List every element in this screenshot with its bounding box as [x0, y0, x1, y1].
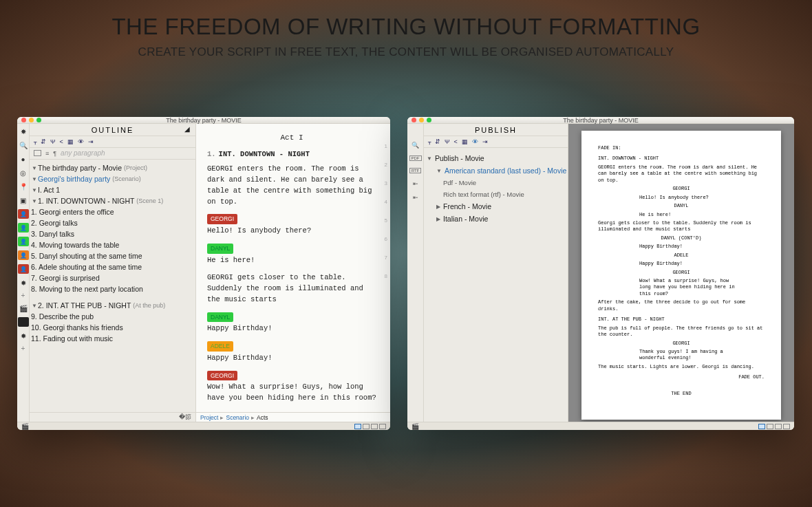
view-3[interactable] [371, 424, 378, 429]
pin-icon[interactable]: 📍 [19, 182, 28, 191]
view-2[interactable] [767, 424, 773, 429]
target-icon[interactable]: ◎ [19, 168, 28, 177]
export-icon[interactable]: ⇥ [88, 138, 94, 145]
publish-rtf[interactable]: Rich text format (rtf) - Movie [427, 188, 565, 200]
page-preview[interactable]: FADE IN: INT. DOWNTOWN - NIGHT GEORGI en… [568, 124, 794, 422]
pdf-icon[interactable]: PDF [409, 155, 422, 161]
bookmark-icon[interactable]: ◢ [184, 125, 191, 133]
crumb[interactable]: Scenario [226, 414, 249, 421]
view-switcher[interactable] [758, 424, 790, 429]
tree-beat[interactable]: 7. Georgi is surprised [31, 272, 193, 283]
character-chip-green[interactable]: 👤 [18, 223, 29, 233]
statusbar: 🎬 [17, 422, 390, 430]
tree-scene-2[interactable]: ▼2. INT. AT THE PUB - NIGHT (At the pub) [31, 300, 193, 311]
close-icon[interactable] [21, 118, 26, 122]
publish-window: The birthday party - MOVIE 🔍 PDF RTF ⇤ ⇤… [407, 117, 794, 430]
publish-pdf[interactable]: Pdf - Movie [427, 177, 565, 188]
tree-beat[interactable]: 1. Georgi enters the office [31, 206, 193, 217]
tree-scenario[interactable]: ▼Georgi's birthday party (Scenario) [31, 173, 193, 184]
filter-text-icon[interactable]: ¶ [53, 150, 56, 157]
flow-icon[interactable]: ⇵ [41, 138, 46, 145]
zoom-icon[interactable] [427, 118, 431, 122]
hero-title: THE FREEDOM OF WRITING WITHOUT FORMATTIN… [0, 14, 812, 40]
character-chip-red-2[interactable]: 👤 [18, 264, 29, 274]
publish-standard[interactable]: ▼American standard (last used) - Movie [427, 164, 565, 177]
clapper-icon[interactable]: 🎬 [19, 303, 28, 313]
character-chip-red[interactable]: 👤 [18, 209, 29, 219]
flow-icon[interactable]: ⇵ [435, 138, 440, 145]
share-icon[interactable]: < [454, 138, 458, 145]
tree-beat[interactable]: 6. Adele shouting at the same time [31, 261, 193, 272]
share-icon[interactable]: < [60, 138, 63, 145]
tree-beat[interactable]: 9. Describe the pub [31, 311, 193, 322]
left-rail: ✸ 🔍 ● ◎ 📍 ▣ 👤 👤 👤 👤 👤 ✸ + 🎬 ✸ + [17, 124, 30, 422]
script-editor[interactable]: Act I 1.INT. DOWNTOWN - NIGHT GEORGI ent… [196, 124, 390, 422]
minimize-icon[interactable] [29, 118, 34, 122]
traffic-lights[interactable] [412, 118, 431, 122]
character-chip-orange[interactable]: 👤 [18, 250, 29, 260]
search-icon[interactable]: 🔍 [412, 142, 419, 149]
add2-icon[interactable]: + [21, 345, 25, 352]
traffic-lights[interactable] [21, 118, 41, 122]
view-4[interactable] [783, 424, 790, 429]
dark-chip[interactable] [18, 317, 29, 327]
branch-icon[interactable]: Ψ [445, 138, 450, 145]
view-1[interactable] [354, 424, 361, 429]
crumb[interactable]: Acts [257, 414, 268, 421]
eye-icon[interactable]: 👁 [78, 138, 84, 145]
tree-act[interactable]: ▼I. Act 1 [31, 184, 193, 195]
character-chip-green-2[interactable]: 👤 [18, 237, 29, 246]
minimize-icon[interactable] [419, 118, 424, 122]
export-icon[interactable]: ⇥ [482, 138, 488, 145]
tree-beat[interactable]: 5. Danyl shouting at the same time [31, 250, 193, 261]
publish-french[interactable]: ▶French - Movie [427, 200, 565, 213]
tree-icon[interactable]: ᚁ [428, 138, 431, 145]
dot-icon[interactable]: ● [19, 154, 28, 164]
clapper-icon[interactable]: 🎬 [412, 423, 419, 430]
view-switcher[interactable] [354, 424, 386, 429]
tree-beat[interactable]: 3. Danyl talks [31, 228, 193, 239]
actor-icon[interactable]: ✸ [19, 278, 28, 288]
tree-beat[interactable]: 4. Moving towards the table [31, 239, 193, 250]
export2-icon[interactable]: ⇤ [413, 194, 418, 201]
titlebar[interactable]: The birthday party - MOVIE [17, 117, 390, 124]
run-icon[interactable]: ✸ [19, 127, 28, 136]
view-2[interactable] [363, 424, 370, 429]
character-tag: ADELE [207, 341, 233, 352]
tree-project[interactable]: ▼The birthday party - Movie (Project) [31, 162, 193, 173]
filter-box-icon[interactable] [34, 150, 41, 156]
dialogue: Happy Birthday! [207, 353, 376, 364]
titlebar[interactable]: The birthday party - MOVIE [407, 117, 794, 124]
cube-icon[interactable]: ▣ [19, 195, 28, 205]
outline-filter: ≡ ¶ any paragraph [30, 148, 195, 160]
search-icon[interactable]: 🔍 [19, 140, 28, 150]
view-3[interactable] [775, 424, 782, 429]
close-icon[interactable] [412, 118, 416, 122]
eye-icon[interactable]: 👁 [472, 138, 478, 145]
view-1[interactable] [758, 424, 765, 429]
tree-beat[interactable]: 10. Georgi thanks his friends [31, 322, 193, 333]
rtf-icon[interactable]: RTF [409, 168, 422, 173]
hero-subtitle: CREATE YOUR SCRIPT IN FREE TEXT, THE CON… [0, 45, 812, 59]
actor2-icon[interactable]: ✸ [19, 331, 28, 341]
filter-input[interactable]: any paragraph [61, 149, 105, 157]
tree-beat[interactable]: 2. Georgi talks [31, 217, 193, 228]
grid-icon[interactable]: ▦ [462, 138, 468, 145]
grid-icon[interactable]: ▦ [67, 138, 74, 145]
crumb[interactable]: Project [200, 414, 218, 421]
tree-beat[interactable]: 8. Moving to the next party location [31, 283, 193, 294]
clapper-icon[interactable]: 🎬 [21, 423, 29, 430]
branch-icon[interactable]: Ψ [50, 138, 56, 145]
publish-italian[interactable]: ▶Italian - Movie [427, 213, 565, 225]
tree-icon[interactable]: ᚁ [34, 138, 36, 145]
zoom-icon[interactable] [36, 118, 41, 122]
filter-lines-icon[interactable]: ≡ [45, 150, 49, 157]
add-icon[interactable]: + [21, 292, 25, 299]
view-4[interactable] [379, 424, 386, 429]
outline-tree: ▼The birthday party - Movie (Project) ▼G… [30, 160, 195, 412]
tree-beat[interactable]: 11. Fading out with music [31, 333, 193, 344]
tree-scene-1[interactable]: ▼1. INT. DOWNTOWN - NIGHT (Scene 1) [31, 195, 193, 206]
export-icon[interactable]: ⇤ [413, 180, 418, 187]
publish-root[interactable]: ▼Publish - Movie [427, 152, 565, 164]
sliders-icon[interactable]: �節 [179, 413, 191, 422]
